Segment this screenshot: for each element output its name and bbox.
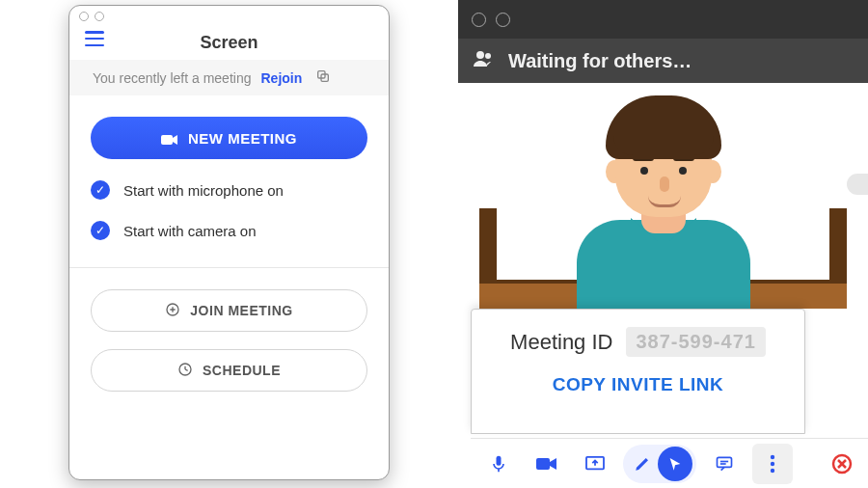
camera-icon [161,132,178,144]
copy-icon[interactable] [315,68,331,87]
meeting-id-panel: Meeting ID 387-599-471 COPY INVITE LINK [471,309,805,434]
rejoin-banner: You recently left a meeting Rejoin [69,60,389,95]
side-tab[interactable] [847,174,868,195]
new-meeting-label: NEW MEETING [188,130,297,147]
join-meeting-label: JOIN MEETING [190,303,292,318]
new-meeting-button[interactable]: NEW MEETING [91,117,367,159]
video-area [458,83,868,309]
copy-invite-link[interactable]: COPY INVITE LINK [472,374,804,395]
svg-point-10 [485,53,491,59]
option-mic: ✓ Start with microphone on [91,180,367,200]
checkbox-mic[interactable]: ✓ [91,180,110,200]
menu-icon[interactable] [85,31,104,46]
svg-line-8 [185,369,188,370]
app-title: Screen [200,33,258,53]
join-meeting-button[interactable]: JOIN MEETING [91,289,367,332]
svg-point-19 [771,461,774,465]
camera-button[interactable] [527,444,567,484]
svg-rect-13 [536,458,550,470]
window-min-dot[interactable] [496,13,510,27]
svg-rect-15 [718,457,732,467]
titlebar [458,0,868,39]
cursor-button[interactable] [658,447,692,481]
header: Screen [69,25,389,60]
chat-button[interactable] [704,444,745,484]
svg-point-9 [476,51,484,59]
window-close-dot[interactable] [472,13,486,27]
meeting-id-label: Meeting ID [510,330,612,355]
app-window-screen: Screen You recently left a meeting Rejoi… [68,5,390,480]
option-cam-label: Start with camera on [123,223,257,239]
svg-rect-11 [497,455,502,465]
svg-point-20 [771,468,774,472]
schedule-button[interactable]: SCHEDULE [91,349,367,392]
window-controls [69,6,389,25]
waiting-text: Waiting for others… [508,50,692,72]
svg-point-18 [771,454,774,458]
window-min-dot[interactable] [95,12,104,21]
svg-rect-2 [161,135,173,145]
meeting-toolbar [471,438,868,488]
share-screen-button[interactable] [575,444,615,484]
divider [69,267,389,268]
waiting-banner: Waiting for others… [458,39,868,83]
more-button[interactable] [752,444,793,484]
meeting-id-value: 387-599-471 [626,327,765,357]
annotate-toolgroup [623,445,696,483]
avatar [548,87,779,309]
schedule-label: SCHEDULE [203,363,281,378]
plus-icon [165,302,180,320]
pen-button[interactable] [627,455,658,473]
people-icon [472,47,495,75]
rejoin-link[interactable]: Rejoin [260,70,302,86]
option-mic-label: Start with microphone on [123,182,284,199]
leave-button[interactable] [822,444,862,484]
mic-button[interactable] [478,444,519,484]
banner-text: You recently left a meeting [93,70,251,86]
clock-icon [177,362,193,380]
window-close-dot[interactable] [79,12,89,21]
checkbox-cam[interactable]: ✓ [91,221,110,240]
option-cam: ✓ Start with camera on [91,221,367,240]
content: NEW MEETING ✓ Start with microphone on ✓… [69,95,389,479]
